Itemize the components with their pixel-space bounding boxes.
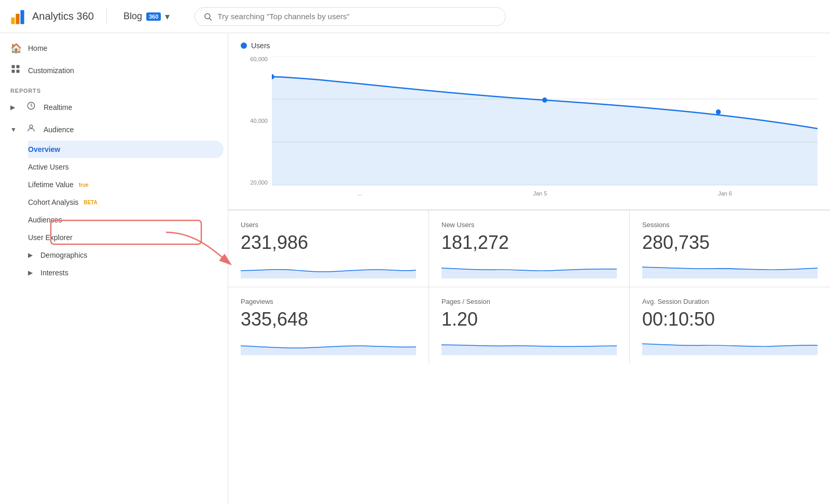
chart-point-2	[542, 97, 547, 103]
metric-card-avg-session: Avg. Session Duration 00:10:50	[630, 287, 830, 363]
main-layout: 🏠 Home Customization REPORTS ▶	[0, 33, 830, 504]
demographics-expand-icon: ▶	[28, 251, 36, 259]
search-bar[interactable]	[195, 7, 506, 26]
sidebar-item-home[interactable]: 🏠 Home	[0, 37, 224, 59]
metric-value-pageviews: 335,648	[241, 309, 416, 330]
sparkline-pageviews	[241, 334, 416, 355]
audience-icon	[26, 123, 36, 135]
metric-value-sessions: 280,735	[642, 232, 818, 254]
interests-label: Interests	[40, 269, 68, 277]
logo-area: Analytics 360	[8, 7, 94, 26]
y-label-20k: 20,000	[241, 179, 272, 186]
sidebar-item-cohort-analysis[interactable]: Cohort Analysis BETA	[28, 193, 224, 211]
overview-label: Overview	[28, 145, 60, 153]
chart-xaxis: ... Jan 5 Jan 6	[272, 186, 818, 201]
analytics-logo-icon	[8, 7, 27, 26]
chart-container: 60,000 40,000 20,000	[241, 56, 818, 201]
metric-value-users: 231,986	[241, 232, 416, 254]
sidebar-item-lifetime-value[interactable]: Lifetime Value true	[28, 176, 224, 193]
property-badge: 360	[146, 12, 161, 21]
active-users-label: Active Users	[28, 163, 69, 171]
sparkline-avg-session	[642, 334, 818, 355]
search-icon	[203, 12, 212, 21]
audiences-label: Audiences	[28, 216, 62, 224]
sidebar-home-label: Home	[28, 44, 47, 52]
metric-card-users: Users 231,986	[228, 211, 428, 287]
sidebar-audience-label: Audience	[44, 125, 74, 134]
metrics-grid: Users 231,986 New Users 181,272 Sessions…	[228, 210, 830, 363]
search-input[interactable]	[218, 12, 497, 21]
sidebar-item-overview[interactable]: Overview	[28, 141, 224, 158]
audience-subnav: Overview Active Users Lifetime Value tru…	[0, 141, 228, 282]
sidebar-customization-label: Customization	[28, 66, 74, 75]
svg-rect-7	[12, 70, 15, 73]
svg-rect-8	[17, 70, 20, 73]
chart-legend: Users	[241, 41, 818, 50]
lifetime-value-label: Lifetime Value	[28, 180, 74, 189]
reports-section-label: REPORTS	[0, 81, 228, 96]
svg-rect-2	[20, 10, 24, 24]
sparkline-new-users	[441, 258, 617, 278]
sidebar-realtime-label: Realtime	[44, 103, 72, 111]
sidebar-item-realtime[interactable]: ▶ Realtime	[0, 96, 228, 118]
lifetime-value-beta-badge: true	[79, 182, 89, 188]
realtime-icon	[26, 101, 36, 113]
x-label-jan5: Jan 5	[533, 190, 547, 197]
expand-down-icon: ▼	[10, 126, 19, 133]
y-label-60k: 60,000	[241, 56, 272, 62]
expand-right-icon: ▶	[10, 104, 19, 111]
sidebar-item-interests[interactable]: ▶ Interests	[28, 264, 228, 282]
svg-rect-6	[17, 65, 20, 68]
chart-svg	[272, 56, 818, 186]
y-label-40k: 40,000	[241, 118, 272, 124]
metric-label-pages-session: Pages / Session	[441, 298, 617, 305]
svg-line-4	[210, 18, 212, 20]
sidebar-item-active-users[interactable]: Active Users	[28, 158, 224, 176]
chart-area-fill	[272, 77, 818, 185]
demographics-label: Demographics	[40, 251, 87, 259]
metric-card-new-users: New Users 181,272	[429, 211, 629, 287]
property-selector[interactable]: Blog 360 ▾	[119, 9, 174, 24]
legend-label: Users	[251, 41, 270, 50]
svg-rect-1	[16, 13, 19, 24]
user-explorer-label: User Explorer	[28, 233, 73, 242]
metric-label-avg-session: Avg. Session Duration	[642, 298, 818, 305]
sparkline-sessions	[642, 258, 818, 278]
sidebar-item-audience[interactable]: ▼ Audience	[0, 118, 228, 141]
sidebar-item-demographics[interactable]: ▶ Demographics	[28, 246, 228, 264]
sidebar-item-customization[interactable]: Customization	[0, 59, 224, 81]
interests-expand-icon: ▶	[28, 269, 36, 276]
main-content: Users 60,000 40,000 20,000	[228, 33, 830, 504]
metric-label-pageviews: Pageviews	[241, 298, 416, 305]
chart-area: Users 60,000 40,000 20,000	[228, 33, 830, 210]
cohort-beta-badge: BETA	[84, 200, 97, 205]
customization-icon	[10, 64, 21, 76]
metric-value-pages-session: 1.20	[441, 309, 617, 330]
sidebar-item-audiences[interactable]: Audiences	[28, 211, 224, 229]
chart-yaxis: 60,000 40,000 20,000	[241, 56, 272, 186]
metric-card-pages-session: Pages / Session 1.20	[429, 287, 629, 363]
header-divider	[106, 8, 107, 25]
sparkline-pages-session	[441, 334, 617, 355]
metric-value-avg-session: 00:10:50	[642, 309, 818, 330]
x-label-jan6: Jan 6	[718, 190, 732, 197]
metric-label-sessions: Sessions	[642, 221, 818, 229]
home-icon: 🏠	[10, 43, 21, 54]
sidebar-item-user-explorer[interactable]: User Explorer	[28, 229, 224, 246]
header: Analytics 360 Blog 360 ▾	[0, 0, 830, 33]
svg-rect-0	[11, 17, 15, 24]
app-title: Analytics 360	[32, 10, 94, 22]
legend-dot	[241, 43, 247, 49]
svg-rect-5	[12, 65, 15, 68]
metric-label-new-users: New Users	[441, 221, 617, 229]
property-name: Blog	[123, 11, 142, 22]
x-label-dots: ...	[357, 190, 362, 197]
chevron-down-icon: ▾	[165, 11, 170, 22]
cohort-analysis-label: Cohort Analysis	[28, 198, 78, 206]
metric-card-pageviews: Pageviews 335,648	[228, 287, 428, 363]
metric-card-sessions: Sessions 280,735	[630, 211, 830, 287]
svg-point-10	[30, 125, 33, 128]
chart-plot	[272, 56, 818, 186]
metric-value-new-users: 181,272	[441, 232, 617, 254]
metric-label-users: Users	[241, 221, 416, 229]
